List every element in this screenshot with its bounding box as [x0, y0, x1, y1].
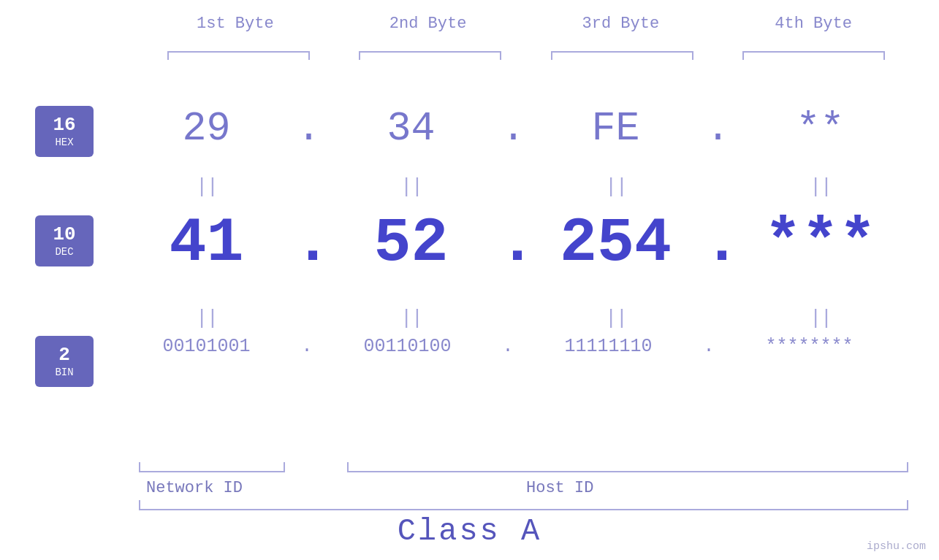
bin-val-3: 11111110 [564, 336, 652, 357]
bin-val-1: 00101001 [162, 336, 250, 357]
sep-1: || [196, 175, 218, 198]
top-bracket-1 [167, 51, 310, 60]
dec-dot-3: . [704, 208, 733, 279]
main-page: 1st Byte 2nd Byte 3rd Byte 4th Byte 16 H… [0, 0, 939, 560]
bin-dot-1: . [294, 336, 320, 357]
hex-val-1: 29 [182, 106, 230, 152]
hex-val-3: FE [591, 106, 639, 152]
sep-3: || [605, 175, 627, 198]
dec-val-4: *** [764, 208, 876, 279]
byte4-header: 4th Byte [733, 15, 894, 33]
top-bracket-3 [551, 51, 693, 60]
column-headers: 1st Byte 2nd Byte 3rd Byte 4th Byte [139, 15, 910, 33]
bin-val-2: 00110100 [363, 336, 451, 357]
byte2-header: 2nd Byte [348, 15, 509, 33]
dec-val-3: 254 [560, 208, 672, 279]
sep2-1: || [196, 307, 218, 329]
sep-hex-dec: || || || || [0, 175, 939, 198]
byte1-header: 1st Byte [155, 15, 316, 33]
watermark: ipshu.com [867, 540, 926, 553]
dec-val-2: 52 [373, 208, 448, 279]
class-label: Class A [398, 514, 541, 549]
sep2-3: || [605, 307, 627, 329]
hex-row: 29 . 34 . FE . ** [0, 106, 939, 152]
sep-2: || [400, 175, 422, 198]
sep2-2: || [400, 307, 422, 329]
bin-row: 00101001 . 00110100 . 11111110 . *******… [0, 336, 939, 357]
hex-val-4: ** [796, 106, 844, 152]
sep-4: || [810, 175, 832, 198]
dec-row: 41 . 52 . 254 . *** [0, 208, 939, 279]
hex-val-2: 34 [387, 106, 435, 152]
sep-dec-bin: || || || || [0, 307, 939, 329]
network-id-label: Network ID [146, 479, 243, 497]
byte3-header: 3rd Byte [540, 15, 701, 33]
hex-dot-2: . [499, 106, 528, 152]
hex-dot-1: . [294, 106, 324, 152]
bin-dot-3: . [696, 336, 722, 357]
dec-dot-2: . [499, 208, 528, 279]
bin-dot-2: . [495, 336, 521, 357]
top-bracket-4 [742, 51, 885, 60]
dec-dot-1: . [294, 208, 324, 279]
top-brackets [142, 51, 910, 60]
sep2-4: || [810, 307, 832, 329]
host-bottom-bracket [347, 462, 908, 472]
network-bottom-bracket [139, 462, 285, 472]
dec-val-1: 41 [169, 208, 243, 279]
host-id-label: Host ID [526, 479, 593, 497]
top-bracket-2 [359, 51, 501, 60]
hex-dot-3: . [704, 106, 733, 152]
bin-val-4: ******** [765, 336, 853, 357]
outer-bottom-bracket [139, 500, 908, 510]
